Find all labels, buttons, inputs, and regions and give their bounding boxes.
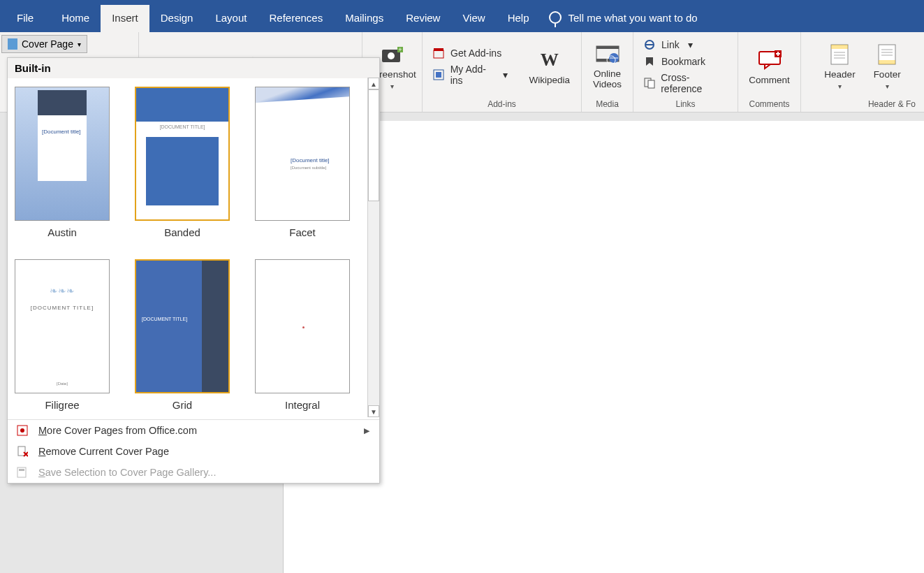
group-label-headerfooter: Header & Fo xyxy=(868,98,918,110)
online-videos-label: OnlineVideos xyxy=(593,69,622,90)
more-cover-pages-item[interactable]: More Cover Pages from Office.com ▶ xyxy=(8,420,379,441)
comment-button[interactable]: Comment xyxy=(743,47,795,87)
lightbulb-icon xyxy=(549,11,562,24)
template-name: Austin xyxy=(13,226,111,238)
store-icon xyxy=(432,47,445,59)
footer-label: Footer xyxy=(874,69,901,80)
chevron-down-icon: ▾ xyxy=(886,82,889,90)
svg-marker-31 xyxy=(646,57,653,66)
template-grid[interactable]: [DOCUMENT TITLE] Grid xyxy=(133,259,231,411)
header-icon xyxy=(828,43,851,66)
link-icon xyxy=(643,38,656,51)
office-icon xyxy=(16,424,29,437)
remove-cover-page-item[interactable]: Remove Current Cover Page xyxy=(8,441,379,462)
ribbon-group-comments: Comment Comments xyxy=(738,32,801,112)
tab-view[interactable]: View xyxy=(451,5,496,32)
tab-design[interactable]: Design xyxy=(149,5,205,32)
remove-cover-page-label: Remove Current Cover Page xyxy=(38,446,169,457)
group-label-links: Links xyxy=(675,98,695,110)
group-label-addins: Add-ins xyxy=(487,98,516,110)
chevron-down-icon: ▾ xyxy=(688,39,693,50)
scroll-thumb[interactable] xyxy=(368,89,379,201)
template-facet[interactable]: [Document title][Document subtitle] Face… xyxy=(254,87,351,238)
svg-rect-21 xyxy=(434,48,443,51)
bookmark-icon xyxy=(643,55,656,68)
header-button[interactable]: Header ▾ xyxy=(819,41,860,92)
save-to-gallery-item: Save Selection to Cover Page Gallery... xyxy=(8,462,379,483)
my-addins-button[interactable]: My Add-ins ▾ xyxy=(428,61,512,88)
camera-icon: + xyxy=(381,43,404,66)
gallery-footer-menu: More Cover Pages from Office.com ▶ Remov… xyxy=(8,419,379,483)
svg-point-17 xyxy=(388,52,395,59)
ribbon-group-links: Link ▾ Bookmark Cross-reference Links xyxy=(633,32,738,112)
cross-reference-button[interactable]: Cross-reference xyxy=(639,70,732,96)
svg-rect-51 xyxy=(18,447,25,456)
footer-icon xyxy=(875,43,899,66)
cover-page-label: Cover Page xyxy=(22,38,73,50)
svg-point-50 xyxy=(20,428,24,433)
ribbon-group-media: OnlineVideos Media xyxy=(582,32,633,112)
get-addins-button[interactable]: Get Add-ins xyxy=(428,45,512,61)
svg-rect-23 xyxy=(436,72,441,78)
link-button[interactable]: Link ▾ xyxy=(639,36,732,53)
template-name: Banded xyxy=(133,226,231,238)
more-cover-pages-label: More Cover Pages from Office.com xyxy=(38,425,197,436)
scroll-down-icon[interactable]: ▼ xyxy=(368,405,379,417)
bookmark-button[interactable]: Bookmark xyxy=(639,53,732,70)
header-label: Header xyxy=(824,69,855,80)
tell-me-label: Tell me what you want to do xyxy=(569,12,698,24)
save-to-gallery-label: Save Selection to Cover Page Gallery... xyxy=(38,467,216,478)
cover-page-button[interactable]: Cover Page ▾ xyxy=(1,35,87,53)
gallery-scrollbar[interactable]: ▲ ▼ xyxy=(367,78,379,417)
svg-rect-20 xyxy=(434,50,443,58)
template-name: Facet xyxy=(254,226,351,238)
svg-rect-25 xyxy=(596,46,619,49)
tab-review[interactable]: Review xyxy=(395,5,451,32)
chevron-down-icon: ▾ xyxy=(838,82,842,90)
link-label: Link xyxy=(661,39,680,50)
template-name: Integral xyxy=(254,399,351,411)
save-gallery-icon xyxy=(16,466,29,479)
group-label-media: Media xyxy=(596,98,619,110)
gallery-section-header: Built-in xyxy=(8,58,379,78)
ribbon-group-addins: Get Add-ins My Add-ins ▾ W Wikipedia Add… xyxy=(423,32,582,112)
cross-reference-icon xyxy=(643,77,655,89)
template-austin[interactable]: [Document title] Austin xyxy=(13,87,111,238)
group-label-comments: Comments xyxy=(749,98,789,110)
submenu-arrow-icon: ▶ xyxy=(364,426,369,435)
tell-me-search[interactable]: Tell me what you want to do xyxy=(541,11,706,32)
ribbon-group-headerfooter: Header ▾ Footer ▾ Header & Fo xyxy=(801,32,924,112)
wikipedia-button[interactable]: W Wikipedia xyxy=(523,47,575,87)
svg-marker-35 xyxy=(765,64,770,68)
chevron-down-icon: ▾ xyxy=(390,82,394,90)
cover-page-icon xyxy=(8,38,17,50)
svg-rect-40 xyxy=(831,45,848,49)
video-icon xyxy=(596,43,619,66)
online-videos-button[interactable]: OnlineVideos xyxy=(587,41,627,92)
ribbon-tab-bar: File Home Insert Design Layout Reference… xyxy=(0,0,924,32)
template-integral[interactable]: Integral xyxy=(254,259,351,411)
template-filigree[interactable]: ❧❧❧[DOCUMENT TITLE][Date] Filigree xyxy=(13,259,111,411)
svg-rect-45 xyxy=(879,60,895,64)
svg-rect-55 xyxy=(19,469,24,471)
cover-page-gallery: Built-in [Document title] Austin [DOCUME… xyxy=(7,57,380,484)
wikipedia-label: Wikipedia xyxy=(529,75,570,85)
template-name: Filigree xyxy=(13,399,111,411)
tab-insert[interactable]: Insert xyxy=(101,5,149,32)
footer-button[interactable]: Footer ▾ xyxy=(868,41,907,92)
scroll-up-icon[interactable]: ▲ xyxy=(368,78,379,89)
gallery-grid: [Document title] Austin [DOCUMENT TITLE]… xyxy=(8,78,379,419)
tab-help[interactable]: Help xyxy=(497,5,541,32)
tab-layout[interactable]: Layout xyxy=(204,5,258,32)
get-addins-label: Get Add-ins xyxy=(450,48,501,59)
tab-mailings[interactable]: Mailings xyxy=(334,5,395,32)
tab-home[interactable]: Home xyxy=(50,5,101,32)
tab-file[interactable]: File xyxy=(0,5,50,32)
wikipedia-icon: W xyxy=(538,48,562,72)
comment-icon xyxy=(758,48,782,72)
tab-references[interactable]: References xyxy=(258,5,334,32)
template-banded[interactable]: [DOCUMENT TITLE] Banded xyxy=(133,87,231,238)
cross-reference-label: Cross-reference xyxy=(661,72,728,94)
bookmark-label: Bookmark xyxy=(661,56,705,67)
my-addins-label: My Add-ins xyxy=(450,64,498,86)
